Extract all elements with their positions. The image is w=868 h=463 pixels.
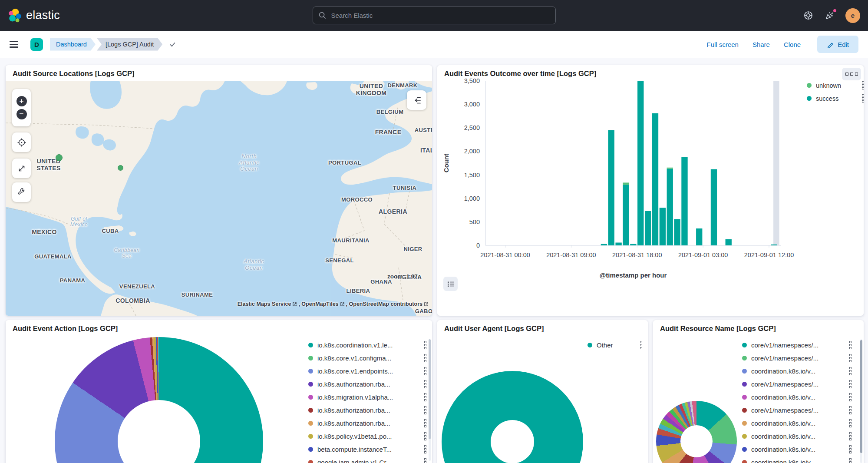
legend-label: coordination.k8s.io/v... bbox=[751, 367, 844, 375]
legend-actions-icon[interactable] bbox=[849, 458, 851, 463]
elastic-logo[interactable]: elastic bbox=[8, 9, 60, 23]
legend-actions-icon[interactable] bbox=[640, 341, 642, 349]
legend-item[interactable]: coordination.k8s.io/v... bbox=[742, 432, 851, 441]
legend-label: coordination.k8s.io/v... bbox=[751, 446, 844, 453]
legend-color-dot bbox=[742, 447, 747, 452]
legend-item[interactable]: core/v1/namespaces/... bbox=[742, 354, 851, 363]
map-tools-button[interactable] bbox=[12, 182, 31, 202]
attribution-link[interactable]: OpenStreetMap contributors bbox=[349, 301, 422, 307]
global-search[interactable] bbox=[313, 7, 556, 24]
panel-title[interactable]: Audit User Agent [Logs GCP] bbox=[437, 320, 648, 336]
legend-actions-icon[interactable] bbox=[424, 380, 426, 388]
map-data-point[interactable] bbox=[118, 165, 123, 171]
legend-item[interactable]: core/v1/namespaces/... bbox=[742, 380, 851, 389]
legend-item[interactable]: coordination.k8s.io/v... bbox=[742, 419, 851, 428]
legend-item[interactable]: Other bbox=[587, 341, 642, 350]
legend-actions-icon[interactable] bbox=[849, 432, 851, 440]
legend-item[interactable]: coordination.k8s.io/v... bbox=[742, 367, 851, 376]
user-agent-donut[interactable] bbox=[442, 371, 583, 463]
breadcrumb-dashboard[interactable]: Dashboard bbox=[50, 38, 96, 51]
help-button[interactable] bbox=[803, 10, 814, 21]
map-canvas[interactable]: UNITED KINGDOMDENMARKBELGIUMFRANCEAUSTRI… bbox=[6, 81, 432, 316]
legend-item[interactable]: google.iam.admin.v1.Cr... bbox=[308, 458, 426, 463]
legend-item[interactable]: io.k8s.policy.v1beta1.po... bbox=[308, 432, 426, 441]
outcome-chart-svg[interactable]: 05001,0001,5002,0002,5003,0003,5002021-0… bbox=[437, 65, 864, 316]
fit-to-data-button[interactable] bbox=[12, 132, 31, 152]
legend-item[interactable]: io.k8s.authorization.rba... bbox=[308, 380, 426, 389]
legend-label: io.k8s.authorization.rba... bbox=[317, 420, 419, 427]
legend-actions-icon[interactable] bbox=[424, 406, 426, 414]
legend-actions-icon[interactable] bbox=[424, 432, 426, 440]
legend-actions-icon[interactable] bbox=[424, 341, 426, 349]
panel-title[interactable]: Audit Event Action [Logs GCP] bbox=[6, 320, 432, 336]
breadcrumb: Dashboard [Logs GCP] Audit bbox=[50, 38, 176, 51]
legend-item[interactable]: io.k8s.authorization.rba... bbox=[308, 419, 426, 428]
legend-item[interactable]: core/v1/namespaces/... bbox=[742, 341, 851, 350]
edit-button[interactable]: Edit bbox=[817, 36, 858, 53]
user-menu-button[interactable]: e bbox=[845, 8, 860, 23]
clone-button[interactable]: Clone bbox=[784, 41, 801, 48]
external-link-icon bbox=[424, 302, 429, 307]
attribution-link[interactable]: OpenMapTiles bbox=[301, 301, 338, 307]
legend-scrollbar[interactable] bbox=[860, 339, 862, 463]
legend-actions-icon[interactable] bbox=[849, 341, 851, 349]
resource-name-donut[interactable] bbox=[656, 401, 737, 463]
legend-actions-icon[interactable] bbox=[849, 445, 851, 453]
legend-item[interactable]: coordination.k8s.io/v... bbox=[742, 393, 851, 402]
legend-actions-icon[interactable] bbox=[862, 94, 864, 103]
svg-text:2021-09-01 03:00: 2021-09-01 03:00 bbox=[678, 251, 728, 258]
expand-map-button[interactable] bbox=[12, 159, 31, 178]
svg-text:1,500: 1,500 bbox=[464, 172, 480, 179]
legend-label: core/v1/namespaces/... bbox=[751, 354, 844, 362]
zoom-in-button[interactable]: + bbox=[17, 96, 27, 106]
legend-actions-icon[interactable] bbox=[424, 458, 426, 463]
legend-item[interactable]: core/v1/namespaces/... bbox=[742, 406, 851, 415]
legend-item[interactable]: io.k8s.coordination.v1.le... bbox=[308, 341, 426, 350]
legend-actions-icon[interactable] bbox=[849, 406, 851, 414]
map-data-point[interactable] bbox=[56, 154, 63, 161]
legend-item[interactable]: unknown bbox=[807, 81, 864, 90]
legend-actions-icon[interactable] bbox=[849, 419, 851, 427]
legend-actions-icon[interactable] bbox=[849, 354, 851, 362]
legend-actions-icon[interactable] bbox=[849, 367, 851, 375]
collapse-layers-button[interactable] bbox=[407, 90, 426, 110]
attribution-link[interactable]: Elastic Maps Service bbox=[238, 301, 291, 307]
legend-color-dot bbox=[742, 369, 747, 374]
wrench-icon bbox=[17, 188, 26, 197]
legend-actions-icon[interactable] bbox=[424, 367, 426, 375]
zoom-out-button[interactable]: − bbox=[17, 109, 27, 119]
svg-text:3,000: 3,000 bbox=[464, 101, 480, 108]
legend-item[interactable]: io.k8s.core.v1.endpoints... bbox=[308, 367, 426, 376]
legend-item[interactable]: io.k8s.migration.v1alpha... bbox=[308, 393, 426, 402]
legend-item[interactable]: beta.compute.instanceT... bbox=[308, 445, 426, 454]
panel-audit-events-outcome: Audit Events Outcome over time [Logs GCP… bbox=[437, 65, 864, 316]
legend-item[interactable]: success bbox=[807, 94, 864, 103]
legend-actions-icon[interactable] bbox=[424, 393, 426, 401]
legend-item[interactable]: io.k8s.core.v1.configma... bbox=[308, 354, 426, 363]
panel-options-button[interactable] bbox=[842, 68, 861, 80]
legend-scrollbar[interactable] bbox=[429, 339, 431, 461]
menu-button[interactable] bbox=[10, 41, 21, 47]
legend-toggle-button[interactable] bbox=[443, 277, 458, 291]
legend-actions-icon[interactable] bbox=[849, 380, 851, 388]
panel-title[interactable]: Audit Resource Name [Logs GCP] bbox=[653, 320, 864, 336]
legend-label: success bbox=[816, 95, 857, 102]
legend-item[interactable]: coordination.k8s.io/v... bbox=[742, 458, 851, 463]
user-agent-legend: Other bbox=[587, 341, 642, 350]
legend-actions-icon[interactable] bbox=[862, 81, 864, 89]
legend-color-dot bbox=[742, 434, 747, 439]
legend-actions-icon[interactable] bbox=[424, 419, 426, 427]
legend-actions-icon[interactable] bbox=[424, 445, 426, 453]
legend-item[interactable]: coordination.k8s.io/v... bbox=[742, 445, 851, 454]
legend-color-dot bbox=[308, 460, 313, 463]
search-input[interactable] bbox=[313, 7, 556, 24]
full-screen-button[interactable]: Full screen bbox=[707, 41, 739, 48]
panel-title[interactable]: Audit Source Locations [Logs GCP] bbox=[6, 65, 432, 81]
legend-actions-icon[interactable] bbox=[849, 393, 851, 401]
legend-item[interactable]: io.k8s.authorization.rba... bbox=[308, 406, 426, 415]
dashboard-app-badge[interactable]: D bbox=[30, 38, 43, 51]
legend-actions-icon[interactable] bbox=[424, 354, 426, 362]
share-button[interactable]: Share bbox=[752, 41, 770, 48]
panel-audit-resource-name: Audit Resource Name [Logs GCP] core/v1/n… bbox=[653, 320, 864, 463]
news-button[interactable] bbox=[824, 10, 835, 21]
